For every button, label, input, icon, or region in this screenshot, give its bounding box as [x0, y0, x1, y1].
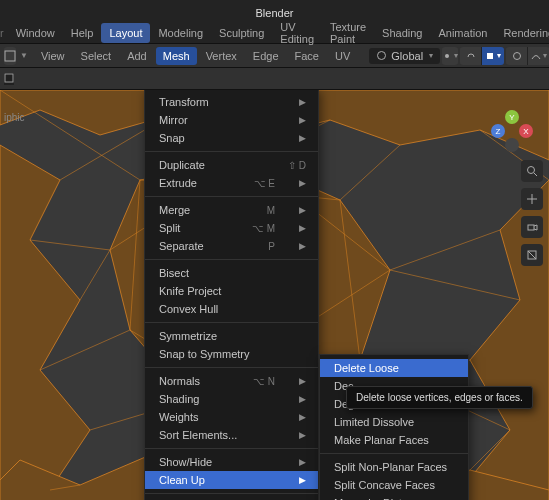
- mesh-menu-item[interactable]: Split⌥ M▶: [145, 219, 318, 237]
- mesh-menu-item[interactable]: Show/Hide▶: [145, 453, 318, 471]
- svg-rect-5: [5, 74, 13, 82]
- viewport-toolbar: ▼ View Select Add Mesh Vertex Edge Face …: [0, 44, 549, 68]
- tooltip: Delete loose vertices, edges or faces.: [346, 386, 533, 409]
- menu-edge[interactable]: Edge: [246, 47, 286, 65]
- svg-line-39: [534, 173, 537, 176]
- cleanup-menu-item[interactable]: Make Planar Faces: [320, 431, 468, 449]
- chevron-down-icon: ▼: [20, 51, 28, 60]
- menu-uv[interactable]: UV: [328, 47, 357, 65]
- axis-y[interactable]: Y: [505, 110, 519, 124]
- mesh-menu-item[interactable]: Mirror▶: [145, 111, 318, 129]
- snap-cluster: ▾: [460, 47, 504, 65]
- svg-point-1: [378, 52, 386, 60]
- menu-add[interactable]: Add: [120, 47, 154, 65]
- menu-help[interactable]: Help: [63, 23, 102, 43]
- menu-vertex[interactable]: Vertex: [199, 47, 244, 65]
- snap-mode[interactable]: ▾: [482, 47, 504, 65]
- svg-line-42: [528, 251, 536, 259]
- main-menubar: r Window Help Layout Modeling Sculpting …: [0, 22, 549, 44]
- mesh-menu-item[interactable]: Convex Hull: [145, 300, 318, 318]
- svg-rect-0: [5, 51, 15, 61]
- mesh-menu-item[interactable]: Duplicate⇧ D: [145, 156, 318, 174]
- chevron-down-icon: ▾: [429, 51, 433, 60]
- cleanup-menu-item[interactable]: Split Non-Planar Faces: [320, 458, 468, 476]
- outliner-icon[interactable]: [4, 73, 14, 85]
- menu-view[interactable]: View: [34, 47, 72, 65]
- menu-window[interactable]: Window: [8, 23, 63, 43]
- mesh-menu-item[interactable]: SeparateP▶: [145, 237, 318, 255]
- workspace-tab-texturepaint[interactable]: Texture Paint: [322, 17, 374, 49]
- mesh-menu-item[interactable]: Extrude⌥ E▶: [145, 174, 318, 192]
- camera-icon[interactable]: [521, 216, 543, 238]
- mesh-menu-item[interactable]: Symmetrize: [145, 327, 318, 345]
- menu-partial[interactable]: r: [0, 23, 8, 43]
- axis-z[interactable]: Z: [491, 124, 505, 138]
- mesh-menu-item[interactable]: Knife Project: [145, 282, 318, 300]
- collection-header: [0, 68, 549, 90]
- editor-type-icon[interactable]: [4, 47, 16, 65]
- menu-select[interactable]: Select: [74, 47, 119, 65]
- svg-rect-3: [487, 53, 493, 59]
- mesh-dropdown-menu: Transform▶Mirror▶Snap▶Duplicate⇧ DExtrud…: [144, 90, 319, 500]
- zoom-icon[interactable]: [521, 160, 543, 182]
- workspace-tab-rendering[interactable]: Rendering: [495, 23, 549, 43]
- workspace-tab-uvediting[interactable]: UV Editing: [272, 17, 322, 49]
- mesh-menu-item[interactable]: Weights▶: [145, 408, 318, 426]
- viewport-side-tools: [521, 160, 543, 266]
- workspace-tab-modeling[interactable]: Modeling: [150, 23, 211, 43]
- mesh-menu-item[interactable]: MergeM▶: [145, 201, 318, 219]
- mesh-menu-item[interactable]: Bisect: [145, 264, 318, 282]
- axis-neg[interactable]: [505, 138, 519, 152]
- cleanup-submenu: Delete LooseDecDegLimited DissolveMake P…: [319, 354, 469, 500]
- proportional-toggle[interactable]: [506, 47, 528, 65]
- mesh-menu-item[interactable]: Clean Up▶: [145, 471, 318, 489]
- svg-rect-40: [528, 225, 534, 230]
- svg-point-4: [513, 52, 520, 59]
- workspace-tab-shading[interactable]: Shading: [374, 23, 430, 43]
- menu-face[interactable]: Face: [288, 47, 326, 65]
- move-icon[interactable]: [521, 188, 543, 210]
- 3d-viewport[interactable]: iphic Y X Z Transform▶Mirror▶Snap▶Duplic…: [0, 90, 549, 500]
- cleanup-menu-item[interactable]: Split Concave Faces: [320, 476, 468, 494]
- orientation-label: Global: [391, 50, 423, 62]
- svg-point-38: [528, 167, 535, 174]
- workspace-tab-animation[interactable]: Animation: [430, 23, 495, 43]
- mesh-menu-item[interactable]: Snap to Symmetry: [145, 345, 318, 363]
- orientation-dropdown[interactable]: Global ▾: [369, 48, 440, 64]
- nav-gizmo[interactable]: Y X Z: [491, 110, 533, 152]
- svg-point-2: [445, 54, 449, 58]
- mesh-menu-item[interactable]: Shading▶: [145, 390, 318, 408]
- proportional-mode[interactable]: ▾: [528, 47, 549, 65]
- mesh-menu-item[interactable]: Normals⌥ N▶: [145, 372, 318, 390]
- mesh-menu-item[interactable]: Sort Elements...▶: [145, 426, 318, 444]
- perspective-icon[interactable]: [521, 244, 543, 266]
- menu-mesh[interactable]: Mesh: [156, 47, 197, 65]
- cleanup-menu-item[interactable]: Merge by Distance: [320, 494, 468, 500]
- mesh-menu-item[interactable]: Snap▶: [145, 129, 318, 147]
- object-name-overlay: iphic: [4, 112, 25, 123]
- workspace-tab-sculpting[interactable]: Sculpting: [211, 23, 272, 43]
- workspace-tab-layout[interactable]: Layout: [101, 23, 150, 43]
- cleanup-menu-item[interactable]: Delete Loose: [320, 359, 468, 377]
- snap-toggle[interactable]: [460, 47, 482, 65]
- mesh-menu-item[interactable]: Transform▶: [145, 93, 318, 111]
- axis-x[interactable]: X: [519, 124, 533, 138]
- pivot-dropdown[interactable]: ▾: [442, 47, 458, 65]
- cleanup-menu-item[interactable]: Limited Dissolve: [320, 413, 468, 431]
- orientation-icon: [376, 50, 387, 61]
